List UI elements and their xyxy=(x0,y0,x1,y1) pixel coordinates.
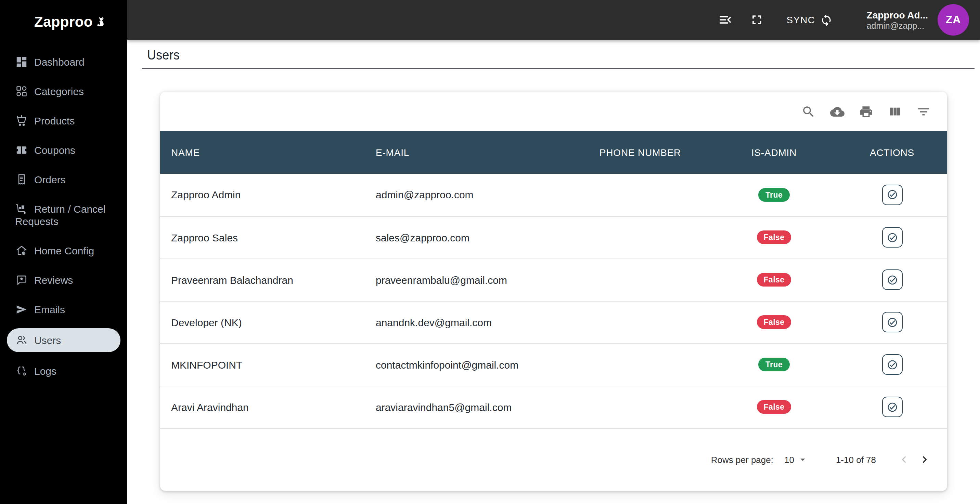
topbar: SYNC Zapproo Ad... admin@zapp... ZA xyxy=(127,0,980,40)
user-email-cell: praveenrambalu@gmail.com xyxy=(365,258,570,301)
filter-list-icon xyxy=(916,104,931,119)
sync-icon xyxy=(820,13,833,26)
table-row: Zapproo Sales sales@zapproo.com False xyxy=(160,216,947,258)
cloud-download-icon xyxy=(830,104,845,119)
check-circle-icon xyxy=(886,316,897,328)
view-columns-button[interactable] xyxy=(886,103,904,120)
user-phone-cell xyxy=(570,216,711,258)
sidebar-item-return-cancel-requests[interactable]: Return / Cancel Requests xyxy=(7,198,121,232)
chevron-left-icon xyxy=(897,453,911,467)
is-admin-badge: True xyxy=(759,358,789,371)
sidebar-item-reviews[interactable]: Reviews xyxy=(7,269,121,291)
receipt-icon xyxy=(15,173,28,186)
toggle-admin-button[interactable] xyxy=(882,269,902,290)
sidebar-item-label: Logs xyxy=(34,365,56,377)
is-admin-badge: False xyxy=(757,230,791,244)
column-header-actions: ACTIONS xyxy=(837,131,947,174)
view-columns-icon xyxy=(888,104,902,119)
rows-per-page-value: 10 xyxy=(784,455,794,465)
user-email-cell: contactmkinfopoint@gmail.com xyxy=(365,343,570,386)
check-circle-icon xyxy=(886,401,897,413)
table-row: Praveenram Balachandran praveenrambalu@g… xyxy=(160,258,947,301)
previous-page-button[interactable] xyxy=(894,450,914,470)
page-content: Users xyxy=(127,40,980,504)
table-row: Aravi Aravindhan araviaravindhan5@gmail.… xyxy=(160,386,947,428)
sidebar-item-label: Categories xyxy=(34,86,84,97)
table-row: Zapproo Admin admin@zapproo.com True xyxy=(160,174,947,216)
check-circle-icon xyxy=(886,231,897,243)
sidebar-item-label: Products xyxy=(34,115,75,127)
page-title: Users xyxy=(147,48,930,63)
rows-per-page-select[interactable]: 10 xyxy=(784,455,808,465)
is-admin-badge: False xyxy=(757,315,791,329)
user-email-cell: araviaravindhan5@gmail.com xyxy=(365,386,570,428)
sidebar-item-users[interactable]: Users xyxy=(7,328,121,352)
print-button[interactable] xyxy=(858,103,875,120)
fox-logo-icon xyxy=(94,16,106,27)
table-toolbar xyxy=(160,92,947,131)
toggle-admin-button[interactable] xyxy=(882,397,902,417)
logo[interactable]: Zapproo xyxy=(0,0,127,43)
user-name-cell: MKINFOPOINT xyxy=(160,343,365,386)
user-email-cell: anandnk.dev@gmail.com xyxy=(365,301,570,343)
user-phone-cell xyxy=(570,386,711,428)
user-email-cell: admin@zapproo.com xyxy=(365,174,570,216)
user-email: admin@zapp... xyxy=(867,21,928,30)
sidebar-item-products[interactable]: Products xyxy=(7,110,121,131)
review-bubble-icon xyxy=(15,274,28,287)
table-pagination: Rows per page: 10 1-10 of 78 xyxy=(160,428,947,491)
check-circle-icon xyxy=(886,189,897,201)
sidebar-item-categories[interactable]: Categories xyxy=(7,81,121,102)
fullscreen-button[interactable] xyxy=(747,10,767,30)
sidebar-item-orders[interactable]: Orders xyxy=(7,169,121,190)
column-header-is-admin[interactable]: IS-ADMIN xyxy=(711,131,837,174)
dashboard-icon xyxy=(15,55,28,68)
sidebar-item-label: Users xyxy=(34,334,61,346)
sidebar-item-label: Coupons xyxy=(34,144,75,156)
column-header-name[interactable]: NAME xyxy=(160,131,365,174)
sync-button[interactable]: SYNC xyxy=(786,13,833,26)
toggle-admin-button[interactable] xyxy=(882,312,902,332)
download-csv-button[interactable] xyxy=(829,103,846,120)
home-gear-icon xyxy=(15,244,28,257)
sidebar: Zapproo Dashboard Categories Products Co… xyxy=(0,0,127,504)
toggle-admin-button[interactable] xyxy=(882,227,902,247)
next-page-button[interactable] xyxy=(914,450,935,470)
user-name-cell: Aravi Aravindhan xyxy=(160,386,365,428)
toggle-admin-button[interactable] xyxy=(882,185,902,205)
column-header-phone[interactable]: PHONE NUMBER xyxy=(570,131,711,174)
is-admin-badge: True xyxy=(759,188,789,202)
collapse-menu-button[interactable] xyxy=(715,10,736,30)
sidebar-item-coupons[interactable]: Coupons xyxy=(7,139,121,161)
search-button[interactable] xyxy=(800,103,817,120)
caret-down-icon xyxy=(798,455,808,465)
sidebar-item-emails[interactable]: Emails xyxy=(7,299,121,320)
title-divider xyxy=(142,68,975,69)
people-icon xyxy=(15,334,28,347)
user-phone-cell xyxy=(570,343,711,386)
user-menu[interactable]: Zapproo Ad... admin@zapp... xyxy=(867,9,928,30)
sidebar-item-home-config[interactable]: Home Config xyxy=(7,240,121,261)
toggle-admin-button[interactable] xyxy=(882,354,902,375)
avatar[interactable]: ZA xyxy=(937,4,969,36)
sidebar-item-logs[interactable]: Logs xyxy=(7,360,121,382)
is-admin-badge: False xyxy=(757,273,791,287)
users-table-card: NAME E-MAIL PHONE NUMBER IS-ADMIN ACTION… xyxy=(160,92,947,491)
sidebar-item-dashboard[interactable]: Dashboard xyxy=(7,51,121,73)
fullscreen-icon xyxy=(749,12,764,27)
users-table: NAME E-MAIL PHONE NUMBER IS-ADMIN ACTION… xyxy=(160,131,947,428)
column-header-email[interactable]: E-MAIL xyxy=(365,131,570,174)
user-email-cell: sales@zapproo.com xyxy=(365,216,570,258)
logo-text: Zapproo xyxy=(34,13,93,30)
user-name: Zapproo Ad... xyxy=(867,9,928,20)
app-root: Zapproo Dashboard Categories Products Co… xyxy=(0,0,980,504)
search-icon xyxy=(801,104,816,119)
filter-button[interactable] xyxy=(915,103,932,120)
sidebar-item-label: Return / Cancel Requests xyxy=(15,203,105,227)
braces-icon xyxy=(15,365,28,377)
print-icon xyxy=(859,104,873,119)
user-name-cell: Zapproo Sales xyxy=(160,216,365,258)
send-icon xyxy=(15,303,28,316)
user-name-cell: Praveenram Balachandran xyxy=(160,258,365,301)
check-circle-icon xyxy=(886,359,897,370)
